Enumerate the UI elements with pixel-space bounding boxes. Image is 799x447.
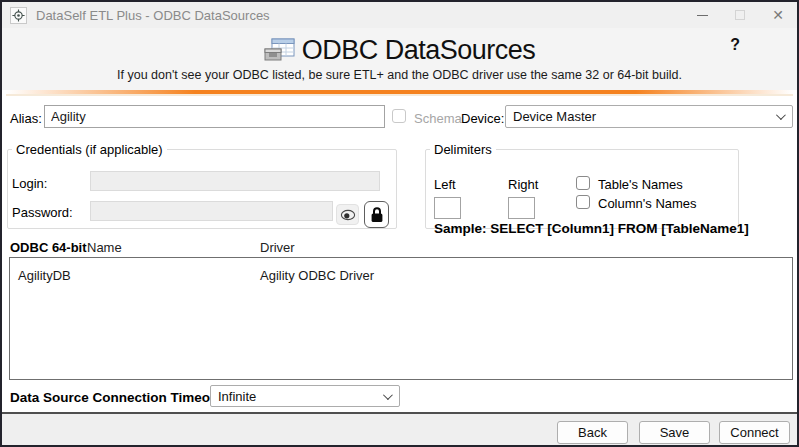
timeout-label: Data Source Connection Timeout [10, 390, 223, 405]
close-button[interactable]: ✕ [759, 2, 797, 28]
credentials-group-title: Credentials (if applicable) [12, 142, 167, 157]
login-input [90, 171, 380, 191]
datasource-name-cell: AgilityDB [18, 268, 71, 283]
tables-names-checkbox[interactable] [576, 176, 590, 190]
right-delimiter-label: Right [508, 177, 538, 192]
timeout-select[interactable]: Infinite [210, 385, 400, 407]
delimiters-group: Delimiters Left Right Table's Names Colu… [425, 142, 739, 229]
delimiters-group-title: Delimiters [430, 142, 496, 157]
save-button[interactable]: Save [639, 421, 710, 444]
right-delimiter-input[interactable] [508, 197, 535, 219]
minimize-button[interactable] [683, 2, 721, 28]
schema-checkbox[interactable] [392, 109, 406, 123]
page-title: ODBC DataSources [302, 35, 536, 66]
app-icon [10, 7, 27, 24]
password-label: Password: [12, 205, 73, 220]
chevron-down-icon [383, 390, 393, 400]
lock-icon [370, 206, 384, 223]
columns-names-checkbox[interactable] [576, 195, 590, 209]
datasource-driver-cell: Agility ODBC Driver [260, 268, 374, 283]
password-input [90, 201, 333, 221]
maximize-button[interactable] [721, 2, 759, 28]
device-label: Device: [461, 111, 504, 126]
table-row[interactable]: AgilityDB Agility ODBC Driver [10, 266, 792, 290]
window-controls: ✕ [683, 2, 797, 28]
odbc-icon [264, 38, 296, 64]
back-button[interactable]: Back [557, 421, 628, 444]
delimiter-sample-text: Sample: SELECT [Column1] FROM [TableName… [434, 221, 749, 236]
odbc-bitness-label: ODBC 64-bit [10, 240, 87, 255]
page-header: ODBC DataSources [2, 35, 797, 66]
minimize-icon [697, 15, 708, 16]
chevron-down-icon [776, 110, 786, 120]
eye-icon [340, 209, 356, 221]
page-subtitle: If you don't see your ODBC listed, be su… [2, 68, 797, 82]
device-selected-value: Device Master [513, 109, 596, 124]
close-icon: ✕ [772, 7, 784, 23]
odbc-datasources-dialog: DataSelf ETL Plus - ODBC DataSources ✕ O… [0, 0, 799, 447]
alias-input[interactable] [44, 105, 385, 128]
tables-names-label: Table's Names [598, 177, 683, 192]
connect-button[interactable]: Connect [719, 421, 790, 444]
maximize-icon [735, 10, 745, 20]
datasource-list[interactable]: AgilityDB Agility ODBC Driver [9, 257, 793, 380]
crosshair-icon [12, 9, 25, 22]
column-header-driver: Driver [260, 240, 295, 255]
lock-password-button[interactable] [364, 201, 389, 228]
timeout-selected-value: Infinite [218, 389, 256, 404]
left-delimiter-label: Left [434, 177, 456, 192]
help-button[interactable]: ? [730, 36, 740, 54]
alias-label: Alias: [10, 111, 42, 126]
left-delimiter-input[interactable] [434, 197, 461, 219]
show-password-button[interactable] [336, 204, 359, 225]
accent-divider [6, 90, 793, 96]
window-title: DataSelf ETL Plus - ODBC DataSources [36, 8, 270, 23]
schema-label: Schema [414, 111, 462, 126]
footer: Back Save Connect [2, 414, 797, 445]
credentials-group: Credentials (if applicable) Login: Passw… [7, 142, 397, 229]
column-header-name: Name [87, 240, 122, 255]
device-select[interactable]: Device Master [505, 105, 793, 128]
columns-names-label: Column's Names [598, 196, 697, 211]
login-label: Login: [12, 176, 47, 191]
titlebar: DataSelf ETL Plus - ODBC DataSources ✕ [2, 2, 797, 28]
